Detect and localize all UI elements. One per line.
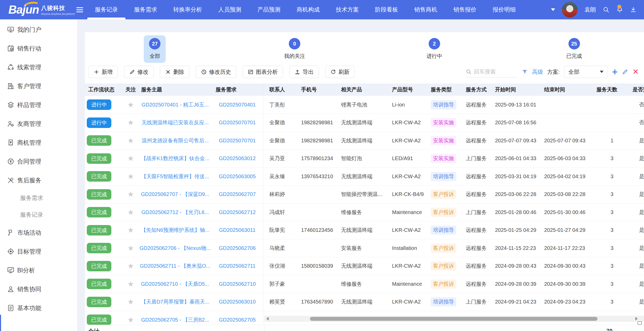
nav-more-caret-icon[interactable] [551,8,555,11]
scheme-select[interactable]: 全部 [564,66,608,78]
table-row[interactable]: 进行中 ★ GD2025070401 - 精工J6五... GD20250704… [85,96,644,114]
add-button[interactable]: 新增 [88,66,118,78]
star-icon[interactable]: ★ [127,137,134,145]
nav-item[interactable]: 销售商机 [406,0,445,19]
col-header-method[interactable]: 服务方式 [463,83,492,96]
stat-filter[interactable]: 25 已完成 [561,35,587,63]
col-header-end[interactable]: 结束时间 [541,83,593,96]
sidebar-item[interactable]: 销售行动 [0,39,77,58]
table-row[interactable]: 已完成 ★ 温州龙德设备有限公司售后... GD2025070701 全聚德 1… [85,132,644,150]
demand-link[interactable]: GD2025062710 [219,281,256,287]
demand-link[interactable]: GD2025063010 [219,299,256,305]
star-icon[interactable]: ★ [127,244,134,252]
stat-filter[interactable]: 27 全部 [144,35,166,63]
star-icon[interactable]: ★ [127,226,134,234]
table-row[interactable]: 已完成 ★ 【先知N6预测维护系统】轴... GD2025063011 阮肇宪 … [85,221,644,239]
sidebar-item[interactable]: 线索管理 [0,58,77,77]
subject-link[interactable]: GD2025062712 - 【光刃L6... [141,209,209,215]
scrollbar-thumb[interactable] [310,317,597,321]
nav-item[interactable]: 阶段看板 [367,0,406,19]
col-header-model[interactable]: 产品型号 [389,83,429,96]
table-row[interactable]: 已完成 ★ GD2025062710 - 【天盾D5... GD20250627… [85,275,644,293]
subject-link[interactable]: GD2025062705 - 【三房B2... [141,317,209,323]
sidebar-item[interactable]: 服务记录 [0,206,77,223]
table-row[interactable]: 已完成 ★ 【天盾D7周界报警】暴雨天... GD2025063010 赖英贤 … [85,293,644,311]
demand-link[interactable]: GD2025062706 [219,245,256,251]
star-icon[interactable]: ★ [127,101,134,109]
subject-link[interactable]: 温州龙德设备有限公司售后... [142,138,209,143]
nav-item[interactable]: 服务需求 [126,0,165,19]
horizontal-scrollbar[interactable] [264,316,644,322]
subject-link[interactable]: GD2025062707 - 【深蓝D9... [141,191,209,197]
sidebar-scrollbar[interactable] [0,315,1,331]
star-icon[interactable]: ★ [127,119,134,127]
table-row[interactable]: 已完成 ★ 【天眼F5智能检重秤】传送... GD2025063005 吴永臻 … [85,167,644,186]
col-header-start[interactable]: 开始时间 [492,83,541,96]
nav-item[interactable]: 商机构成 [289,0,328,19]
scroll-left-arrow-icon[interactable] [266,317,269,321]
edit-scheme-button[interactable] [622,69,628,75]
col-header-days[interactable]: 服务天数 [593,83,631,96]
advanced-filter-link[interactable]: 高级 [532,68,543,76]
subject-link[interactable]: 【先知N6预测维护系统】轴... [141,227,209,233]
subject-link[interactable]: 无线测温终端已安装在反应... [142,120,209,125]
subject-link[interactable]: 【天眼F5智能检重秤】传送... [141,173,209,179]
sidebar-item[interactable]: 服务需求 [0,190,77,206]
nav-item[interactable]: 销售报价 [445,0,485,19]
table-row[interactable]: 已完成 ★ 【战斧K1数控铣床】钛合金... GD2025063012 吴乃亚 … [85,150,644,168]
nav-item[interactable]: 技术方案 [328,0,367,19]
col-header-contact[interactable]: 联系人 [263,83,295,96]
sidebar-item[interactable]: 合同管理 [0,152,77,171]
sidebar-item[interactable]: 商机管理 [0,133,77,152]
star-icon[interactable]: ★ [127,280,134,288]
col-header-subject[interactable]: 服务主题 [139,83,212,96]
nav-item[interactable]: 人员预测 [210,0,249,19]
col-header-star[interactable]: 关注 [123,83,139,96]
star-icon[interactable]: ★ [127,154,134,162]
star-icon[interactable]: ★ [127,262,134,270]
delete-scheme-button[interactable]: ✕ [632,68,639,76]
sidebar-item[interactable]: 销售协同 [0,280,77,299]
sidebar-item[interactable]: 我的门户 [0,20,77,39]
demand-link[interactable]: GD2025063012 [219,155,256,161]
subject-link[interactable]: 【天盾D7周界报警】暴雨天... [141,299,209,305]
bell-icon[interactable] [616,6,623,13]
nav-item[interactable]: 服务记录 [87,0,126,19]
table-row[interactable]: 已完成 ★ GD2025062707 - 【深蓝D9... GD20250627… [85,186,644,204]
demand-link[interactable]: GD2025063011 [219,227,256,233]
star-icon[interactable]: ★ [127,298,134,306]
star-icon[interactable]: ★ [127,208,134,216]
sidebar-item[interactable]: BI分析 [0,261,77,280]
star-icon[interactable]: ★ [127,172,134,181]
search-icon[interactable] [603,6,610,13]
demand-link[interactable]: GD2025062711 [219,263,256,269]
col-header-product[interactable]: 相关产品 [337,83,389,96]
search-input[interactable] [474,69,513,75]
col-header-phone[interactable]: 手机号 [295,83,337,96]
col-header-type[interactable]: 服务类型 [429,83,463,96]
table-row[interactable]: 进行中 ★ 无线测温终端已安装在反应... GD2025070701 全聚德 1… [85,114,644,132]
chart-analysis-button[interactable]: 图表分析 [243,66,283,78]
demand-link[interactable]: GD2025070401 [219,102,256,108]
sidebar-item[interactable]: 客户管理 [0,77,77,96]
col-header-status[interactable]: 工作流状态 [85,83,123,96]
refresh-button[interactable]: 刷新 [325,66,355,78]
subject-link[interactable]: 【战斧K1数控铣床】钛合金... [141,155,209,161]
delete-button[interactable]: 删除 [160,66,189,78]
star-icon[interactable]: ★ [127,316,134,324]
sidebar-item[interactable]: 样品管理 [0,96,77,114]
menu-icon[interactable] [76,7,83,12]
sidebar-item[interactable]: 友商管理 [0,114,77,133]
demand-link[interactable]: GD2025062705 [219,317,256,323]
demand-link[interactable]: GD2025063005 [219,173,256,179]
stat-filter[interactable]: 0 我的关注 [279,35,310,63]
demand-link[interactable]: GD2025070701 [219,120,256,125]
subject-link[interactable]: GD2025062710 - 【天盾D5... [141,281,209,287]
table-row[interactable]: 已完成 ★ GD2025062712 - 【光刃L6... GD20250627… [85,203,644,221]
nav-item[interactable]: 转换率分析 [165,0,210,19]
scroll-right-arrow-icon[interactable] [635,317,638,321]
stat-filter[interactable]: 2 进行中 [421,35,447,63]
filter-funnel-icon[interactable] [522,69,528,75]
subject-link[interactable]: GD2025062711 - 【奥米茄O... [140,263,210,269]
star-icon[interactable]: ★ [127,190,134,198]
